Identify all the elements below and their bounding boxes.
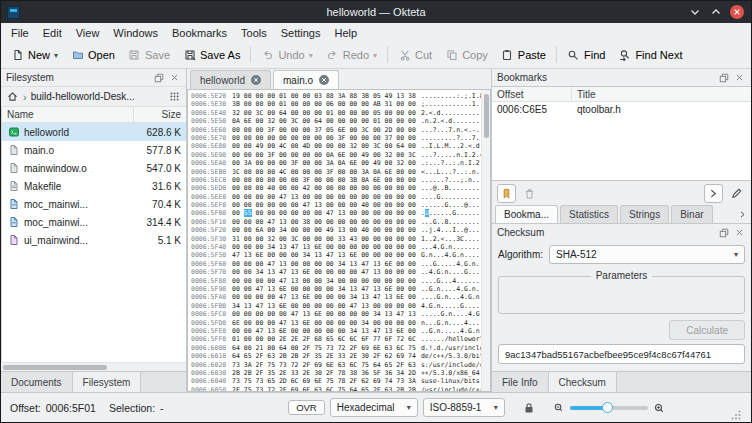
hex-bytes[interactable]: 00 00 6A 00 34 00 00 00 49 13 00 40 00 0… bbox=[232, 226, 416, 234]
hex-row[interactable]: 0006:5F0000 55 00 00 00 00 00 00 47 13 0… bbox=[191, 209, 490, 217]
menu-settings[interactable]: Settings bbox=[274, 23, 328, 42]
hex-row[interactable]: 0006:5E4032 00 3C 00 64 00 00 00 01 00 0… bbox=[191, 109, 490, 117]
hex-chars[interactable]: ;............1.. bbox=[421, 100, 484, 108]
filesystem-horizontal-scrollbar[interactable] bbox=[1, 362, 186, 371]
tab-helloworld[interactable]: helloworld bbox=[190, 70, 271, 89]
rename-bookmark-button[interactable] bbox=[727, 184, 746, 203]
save-as-button[interactable]: Save As bbox=[177, 46, 246, 65]
save-button[interactable]: Save bbox=[122, 46, 176, 65]
hex-bytes[interactable]: 0A 6E 00 32 00 3C 00 64 00 00 00 00 01 0… bbox=[232, 117, 416, 125]
float-panel-icon[interactable] bbox=[717, 71, 730, 84]
hex-bytes[interactable]: 00 00 34 13 47 13 6E 00 00 00 00 47 13 0… bbox=[232, 268, 416, 276]
close-panel-icon[interactable] bbox=[733, 226, 746, 239]
hex-row[interactable]: 0006:5E9000 00 00 3F 00 00 00 00 0A 6E 0… bbox=[191, 151, 490, 159]
hex-bytes[interactable]: 00 00 00 47 13 00 00 00 00 34 13 47 13 6… bbox=[232, 260, 416, 268]
hex-chars[interactable]: ...?...7.n.<.-.. bbox=[421, 126, 484, 134]
hex-bytes[interactable]: 00 00 00 00 00 00 47 13 00 00 00 40 00 0… bbox=[232, 201, 416, 209]
hex-chars[interactable]: ....G.n...4.G.n. bbox=[421, 293, 484, 301]
hex-bytes[interactable]: 64 00 21 00 64 00 2F 75 73 72 2F 69 6E 6… bbox=[232, 344, 416, 352]
hex-row[interactable]: 0006:5EC000 00 00 00 00 00 3F 00 00 00 3… bbox=[191, 176, 490, 184]
file-row[interactable]: moc_mainwi...70.4 K bbox=[2, 195, 186, 213]
hex-bytes[interactable]: 34 13 47 13 6E 00 00 00 00 00 47 13 00 0… bbox=[232, 302, 416, 310]
undo-button[interactable]: Undo▾ bbox=[255, 46, 318, 65]
hex-chars[interactable]: d.!.d./usr/inclu bbox=[421, 344, 484, 352]
hex-bytes[interactable]: 00 00 00 00 47 13 6E 00 00 00 34 13 47 1… bbox=[232, 293, 416, 301]
menu-windows[interactable]: Windows bbox=[106, 23, 165, 42]
zoom-slider[interactable] bbox=[570, 406, 648, 410]
hex-row[interactable]: 0006:5FC000 00 00 00 00 47 13 6E 00 00 0… bbox=[191, 310, 490, 318]
hex-bytes[interactable]: 31 00 00 32 00 3C 00 00 00 33 43 00 00 0… bbox=[232, 235, 416, 243]
hex-bytes[interactable]: 00 00 00 00 47 13 00 00 00 00 00 00 00 0… bbox=[232, 193, 416, 201]
hex-row[interactable]: 0006:600064 00 21 00 64 00 2F 75 73 72 2… bbox=[191, 344, 490, 352]
calculate-button[interactable]: Calculate bbox=[669, 320, 745, 340]
hex-chars[interactable]: .:...?..:.n.I.2. bbox=[421, 159, 484, 167]
column-name[interactable]: Name bbox=[2, 107, 134, 122]
paste-button[interactable]: Paste bbox=[495, 46, 552, 65]
menu-file[interactable]: File bbox=[4, 23, 36, 42]
hex-bytes[interactable]: 00 00 00 00 47 13 00 00 34 00 00 00 00 0… bbox=[232, 277, 416, 285]
hex-bytes[interactable]: 00 3A 00 00 00 3F 00 00 3A 0A 6E 00 49 0… bbox=[232, 159, 416, 167]
hex-row[interactable]: 0006:5FE000 00 47 13 6E 00 00 00 00 00 3… bbox=[191, 327, 490, 335]
breadcrumb[interactable]: › build-helloworld-Desk... bbox=[1, 86, 186, 107]
copy-button[interactable]: Copy bbox=[439, 46, 494, 65]
hex-chars[interactable]: ....G........... bbox=[421, 193, 484, 201]
hex-row[interactable]: 0006:5EE000 00 00 00 47 13 00 00 00 00 0… bbox=[191, 193, 490, 201]
hex-chars[interactable]: .U......G....... bbox=[421, 209, 484, 217]
hex-row[interactable]: 0006:5F3031 00 00 32 00 3C 00 00 00 33 4… bbox=[191, 235, 490, 243]
hex-row[interactable]: 0006:5F2000 00 6A 00 34 00 00 00 49 13 0… bbox=[191, 226, 490, 234]
cut-button[interactable]: Cut bbox=[392, 46, 438, 65]
hex-bytes[interactable]: 3C 00 00 00 4C 00 00 00 3F 00 00 3A 0A 6… bbox=[232, 168, 416, 176]
tab-documents[interactable]: Documents bbox=[1, 372, 73, 392]
zoom-in-icon[interactable] bbox=[653, 401, 666, 414]
hex-vertical-scrollbar[interactable] bbox=[481, 90, 490, 391]
menu-bookmarks[interactable]: Bookmarks bbox=[165, 23, 234, 42]
tab-filesystem[interactable]: Filesystem bbox=[73, 372, 142, 392]
redo-button[interactable]: Redo▾ bbox=[320, 46, 383, 65]
hex-bytes[interactable]: 00 00 47 13 6E 00 00 00 00 00 34 13 47 1… bbox=[232, 327, 416, 335]
float-panel-icon[interactable] bbox=[152, 71, 165, 84]
hex-chars[interactable]: ...G..8......... bbox=[421, 218, 484, 226]
hex-row[interactable]: 0006:5ED000 00 00 40 00 00 42 00 00 00 0… bbox=[191, 184, 490, 192]
hex-bytes[interactable]: 00 00 00 00 00 47 13 6E 00 00 00 00 34 1… bbox=[232, 310, 416, 318]
hex-chars[interactable]: ......?...;.n... bbox=[421, 176, 484, 184]
column-size[interactable]: Size bbox=[134, 107, 186, 122]
hex-bytes[interactable]: 64 65 2F 63 2B 2B 2F 35 2E 33 2E 30 2F 6… bbox=[232, 352, 416, 360]
hex-bytes[interactable]: 00 00 00 34 13 47 13 6E 00 00 00 00 00 0… bbox=[232, 243, 416, 251]
tab-statistics[interactable]: Statistics bbox=[560, 205, 618, 223]
hex-bytes[interactable]: 32 00 3C 00 64 00 00 00 01 00 00 00 05 0… bbox=[232, 109, 416, 117]
menu-view[interactable]: View bbox=[69, 23, 107, 42]
hex-chars[interactable]: <...L...?..:.n.. bbox=[421, 168, 484, 176]
hex-chars[interactable]: 2.<.d........... bbox=[421, 109, 484, 117]
tab-file-info[interactable]: File Info bbox=[492, 372, 549, 392]
hex-row[interactable]: 0006:5FD06E 00 00 00 47 13 6E 00 00 00 0… bbox=[191, 319, 490, 327]
hex-row[interactable]: 0006:5FF001 00 00 00 2E 2E 2F 68 65 6C 6… bbox=[191, 335, 490, 343]
maximize-button[interactable] bbox=[709, 5, 723, 19]
hex-chars[interactable]: ....../helloworl bbox=[421, 335, 484, 343]
file-row[interactable]: Makefile31.6 K bbox=[2, 177, 186, 195]
hex-row[interactable]: 0006:5E7000 00 00 00 00 00 00 00 00 3F 0… bbox=[191, 134, 490, 142]
hex-bytes[interactable]: 73 75 73 65 2D 6C 69 6E 75 78 2F 62 69 7… bbox=[232, 377, 416, 385]
hex-bytes[interactable]: 2F 75 73 72 2F 69 6E 63 6C 75 64 65 2F 6… bbox=[232, 386, 416, 392]
close-panel-icon[interactable] bbox=[168, 71, 181, 84]
menu-edit[interactable]: Edit bbox=[36, 23, 69, 42]
overwrite-mode-toggle[interactable]: OVR bbox=[288, 400, 325, 415]
char-coding-select[interactable]: ISO-8859-1 ▾ bbox=[423, 398, 505, 417]
titlebar[interactable]: helloworld — Okteta bbox=[1, 1, 751, 23]
hex-bytes[interactable]: 2B 2B 2F 35 2E 33 2E 30 2F 78 38 36 5F 3… bbox=[232, 369, 416, 377]
file-row[interactable]: ui_mainwind...5.1 K bbox=[2, 231, 186, 249]
hex-chars[interactable]: 4.G.n.....G..... bbox=[421, 302, 484, 310]
tab-checksum[interactable]: Checksum bbox=[549, 372, 617, 392]
hex-row[interactable]: 0006:5F6000 00 00 47 13 00 00 00 00 34 1… bbox=[191, 260, 490, 268]
hex-bytes[interactable]: 00 00 49 00 4C 00 4D 00 00 00 32 00 3C 0… bbox=[232, 142, 416, 150]
tab-bookma-[interactable]: Bookma... bbox=[495, 205, 558, 223]
hex-row[interactable]: 0006:5F7000 00 34 13 47 13 6E 00 00 00 0… bbox=[191, 268, 490, 276]
hex-chars[interactable]: suse-linux/bits: bbox=[421, 377, 484, 385]
hex-row[interactable]: 0006:5FA000 00 00 00 47 13 6E 00 00 00 3… bbox=[191, 293, 490, 301]
minimize-button[interactable] bbox=[688, 5, 702, 19]
hex-chars[interactable]: .........?...7.. bbox=[421, 134, 484, 142]
hex-chars[interactable]: /usr/include/c++ bbox=[421, 386, 484, 392]
hex-chars[interactable]: ..j.4...I..@.... bbox=[421, 226, 484, 234]
hex-chars[interactable]: .n.2.<.d........ bbox=[421, 117, 484, 125]
resize-grip[interactable] bbox=[729, 407, 742, 420]
hex-row[interactable]: 0006:5E303B 00 00 00 01 00 00 00 06 00 0… bbox=[191, 100, 490, 108]
